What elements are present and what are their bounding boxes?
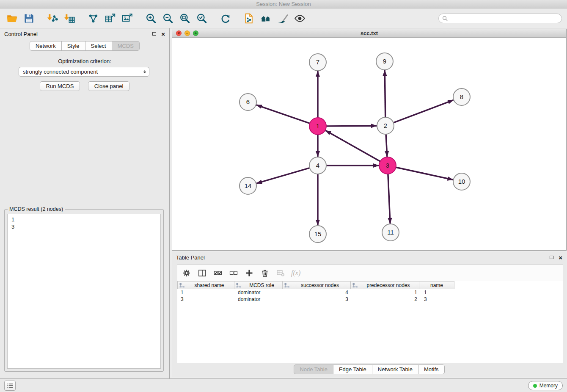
network-graph[interactable]: 7968124314101511 [172, 38, 566, 250]
search-input[interactable] [450, 15, 558, 21]
mcds-result-list[interactable]: 1 3 [7, 214, 161, 369]
save-session-button[interactable] [20, 10, 37, 26]
status-bar: Memory [0, 378, 567, 392]
graph-edge-2-8[interactable] [394, 100, 454, 123]
refresh-layout-button[interactable] [217, 10, 234, 26]
criterion-select[interactable]: strongly connected component [19, 67, 149, 77]
table-row[interactable]: 3 dominator 3 2 3 [177, 296, 563, 303]
tab-edge-table[interactable]: Edge Table [333, 364, 372, 374]
import-network-button[interactable] [44, 10, 61, 26]
column-header-name[interactable]: name [419, 281, 454, 289]
graph-edge-2-9[interactable] [385, 70, 385, 117]
tab-network[interactable]: Network [30, 41, 62, 51]
graph-edge-1-6[interactable] [256, 105, 310, 124]
cell-name[interactable]: 1 [421, 289, 456, 296]
run-mcds-button[interactable]: Run MCDS [40, 81, 80, 91]
delete-row-button[interactable] [260, 268, 270, 278]
table-panel-title: Table Panel [176, 254, 205, 261]
minimize-window-icon[interactable]: − [184, 30, 190, 36]
home-button[interactable] [257, 10, 274, 26]
graph-edge-1-2[interactable] [326, 126, 377, 126]
window-title: Session: New Session [256, 1, 311, 7]
deselect-all-button[interactable] [228, 268, 239, 278]
cell-successor-nodes[interactable]: 4 [283, 289, 352, 296]
column-header-mcds-role[interactable]: MCDS role [234, 281, 283, 289]
column-header-shared-name[interactable]: shared name [177, 281, 234, 289]
tab-mcds[interactable]: MCDS [112, 41, 140, 51]
column-header-successor-nodes[interactable]: successor nodes [282, 281, 351, 289]
tab-node-table[interactable]: Node Table [294, 364, 333, 374]
cell-shared-name[interactable]: 1 [177, 289, 234, 296]
tab-select[interactable]: Select [85, 41, 112, 51]
table-panel-tabs: Node Table Edge Table Network Table Moti… [172, 364, 567, 374]
mcds-result-groupbox: MCDS result (2 nodes) 1 3 [4, 209, 164, 372]
main-toolbar [0, 8, 567, 28]
graph-node-label: 9 [383, 58, 386, 65]
open-folder-icon [6, 13, 18, 24]
graph-node-label: 10 [458, 178, 465, 185]
show-hide-graphics-button[interactable] [291, 10, 308, 26]
graph-edge-3-1[interactable] [325, 130, 380, 161]
close-panel-button[interactable]: Close panel [88, 81, 130, 91]
graph-edge-2-3[interactable] [386, 134, 387, 157]
cell-mcds-role[interactable]: dominator [234, 296, 283, 303]
tab-motifs[interactable]: Motifs [418, 364, 445, 374]
close-panel-icon[interactable]: × [161, 31, 165, 37]
float-table-panel-icon[interactable] [550, 256, 553, 259]
table-panel: Table Panel × [172, 252, 567, 377]
document-network-button[interactable] [240, 10, 257, 26]
search-box[interactable] [438, 14, 562, 23]
tab-style[interactable]: Style [61, 41, 85, 51]
cell-predecessor-nodes[interactable]: 1 [352, 289, 421, 296]
graph-node-label: 1 [316, 122, 319, 130]
control-panel-title: Control Panel [4, 31, 38, 37]
graph-node-label: 14 [245, 182, 252, 189]
graph-edge-4-14[interactable] [256, 168, 310, 184]
cell-shared-name[interactable]: 3 [177, 296, 234, 303]
zoom-fit-button[interactable] [176, 10, 193, 26]
network-canvas[interactable]: 7968124314101511 [172, 38, 566, 250]
tab-network-table[interactable]: Network Table [372, 364, 418, 374]
network-arrows-button[interactable] [85, 10, 102, 26]
search-icon [442, 16, 448, 21]
list-icon [7, 382, 14, 389]
function-builder-icon: f(x) [291, 269, 300, 277]
export-image-button[interactable] [118, 10, 135, 26]
close-window-icon[interactable]: × [176, 30, 182, 36]
float-panel-icon[interactable] [152, 32, 156, 36]
import-table-icon [64, 13, 75, 24]
select-all-button[interactable] [213, 268, 223, 278]
graph-edge-3-11[interactable] [388, 174, 390, 224]
cell-predecessor-nodes[interactable]: 2 [352, 296, 421, 303]
network-window-titlebar[interactable]: × − + scc.txt [172, 29, 566, 38]
import-table-button[interactable] [61, 10, 78, 26]
cell-successor-nodes[interactable]: 3 [283, 296, 352, 303]
network-window-title: scc.txt [361, 30, 378, 36]
cell-name[interactable]: 3 [421, 296, 456, 303]
graph-edge-3-10[interactable] [396, 167, 453, 179]
optimization-criterion-label: Optimization criterion: [0, 58, 169, 64]
control-panel-header: Control Panel × [0, 28, 169, 39]
table-row[interactable]: 1 dominator 4 1 1 [177, 289, 563, 296]
close-table-panel-icon[interactable]: × [559, 254, 562, 261]
gear-icon [182, 269, 191, 277]
zoom-selected-button[interactable] [193, 10, 210, 26]
show-columns-button[interactable] [197, 268, 207, 278]
style-brush-button[interactable] [274, 10, 291, 26]
open-session-button[interactable] [3, 10, 20, 26]
zoom-in-button[interactable] [142, 10, 159, 26]
task-history-button[interactable] [4, 381, 16, 391]
zoom-out-button[interactable] [159, 10, 176, 26]
memory-button[interactable]: Memory [528, 381, 563, 390]
maximize-window-icon[interactable]: + [193, 30, 198, 36]
import-network-icon [47, 13, 58, 24]
cell-mcds-role[interactable]: dominator [234, 289, 283, 296]
add-row-button[interactable] [244, 268, 254, 278]
table-panel-header: Table Panel × [172, 252, 567, 263]
column-header-predecessor-nodes[interactable]: predecessor nodes [350, 281, 419, 289]
network-arrows-icon [88, 13, 99, 24]
graph-node-label: 8 [460, 93, 463, 100]
table-settings-button[interactable] [182, 268, 192, 278]
export-table-button[interactable] [102, 10, 118, 26]
trash-icon [261, 269, 269, 277]
